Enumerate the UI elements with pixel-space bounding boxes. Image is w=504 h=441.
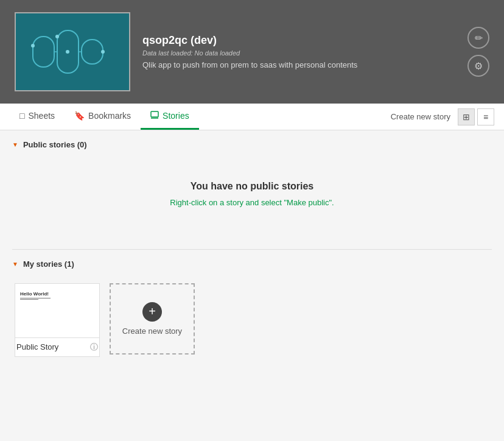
app-thumbnail [15, 12, 130, 91]
app-title: qsop2qc (dev) [142, 34, 357, 47]
tab-sheets[interactable]: □ Sheets [10, 104, 65, 130]
view-toggle: ⊞ ≡ [458, 108, 494, 125]
public-stories-section: ▼ Public stories (0) You have no public … [0, 130, 504, 249]
story-card-public[interactable]: Hello World! Public Story ⓘ [15, 283, 100, 357]
public-stories-header[interactable]: ▼ Public stories (0) [12, 140, 492, 149]
public-stories-chevron: ▼ [12, 141, 18, 148]
tab-stories[interactable]: Stories [141, 104, 199, 130]
app-info: qsop2qc (dev) Data last loaded: No data … [142, 34, 357, 69]
my-stories-header[interactable]: ▼ My stories (1) [12, 259, 492, 269]
my-stories-title: My stories (1) [23, 259, 74, 269]
story-card-label: Public Story ⓘ [15, 338, 100, 357]
app-description: Qlik app to push from on prem to saas wi… [142, 60, 357, 69]
svg-point-9 [66, 50, 69, 54]
tab-sheets-label: Sheets [28, 111, 55, 121]
main-content: ▼ Public stories (0) You have no public … [0, 130, 504, 374]
tab-bookmarks-label: Bookmarks [88, 111, 131, 121]
app-data-loaded: Data last loaded: No data loaded [142, 49, 357, 57]
tabs: □ Sheets 🔖 Bookmarks Stories [10, 104, 199, 130]
my-stories-chevron: ▼ [12, 261, 18, 267]
tab-bar: □ Sheets 🔖 Bookmarks Stories Create new … [0, 104, 504, 130]
svg-rect-0 [21, 18, 124, 85]
slide-underline-2 [20, 299, 38, 300]
slide-title-text: Hello World! [20, 291, 51, 297]
settings-button[interactable]: ⚙ [467, 55, 489, 77]
sheets-icon: □ [19, 111, 24, 121]
slide-preview: Hello World! [20, 291, 51, 300]
view-grid-button[interactable]: ⊞ [458, 108, 475, 125]
create-story-card[interactable]: + Create new story [110, 283, 195, 355]
edit-button[interactable]: ✏ [467, 27, 489, 49]
settings-icon: ⚙ [474, 60, 483, 72]
header-actions: ✏ ⚙ [467, 27, 489, 77]
public-stories-empty: You have no public stories Right-click o… [12, 157, 492, 239]
list-icon: ≡ [483, 112, 488, 122]
create-story-plus-icon: + [142, 302, 162, 322]
tab-stories-label: Stories [163, 111, 189, 121]
tab-bookmarks[interactable]: 🔖 Bookmarks [65, 104, 141, 130]
stories-icon [150, 111, 159, 121]
bookmarks-icon: 🔖 [74, 111, 85, 121]
grid-icon: ⊞ [463, 112, 470, 122]
edit-icon: ✏ [475, 32, 483, 44]
my-stories-section: ▼ My stories (1) Hello World! Public Sto… [0, 250, 504, 374]
empty-state-title: You have no public stories [191, 181, 313, 192]
svg-point-6 [31, 44, 35, 48]
info-icon[interactable]: ⓘ [90, 342, 98, 353]
create-story-label: Create new story [122, 326, 182, 336]
app-header: qsop2qc (dev) Data last loaded: No data … [0, 0, 504, 104]
story-label-text: Public Story [16, 342, 58, 351]
tab-bar-right: Create new story ⊞ ≡ [391, 108, 494, 125]
create-new-story-button[interactable]: Create new story [391, 112, 450, 121]
public-stories-title: Public stories (0) [23, 140, 87, 149]
story-grid: Hello World! Public Story ⓘ + Create new… [12, 276, 492, 364]
svg-point-7 [55, 35, 59, 38]
header-left: qsop2qc (dev) Data last loaded: No data … [15, 12, 357, 91]
svg-rect-10 [151, 111, 158, 117]
svg-point-8 [101, 50, 105, 54]
slide-underline-1 [20, 298, 51, 298]
plus-symbol: + [149, 305, 156, 319]
view-list-button[interactable]: ≡ [477, 108, 494, 125]
story-card-thumbnail: Hello World! [15, 283, 100, 338]
empty-state-subtitle: Right-click on a story and select "Make … [170, 197, 334, 209]
